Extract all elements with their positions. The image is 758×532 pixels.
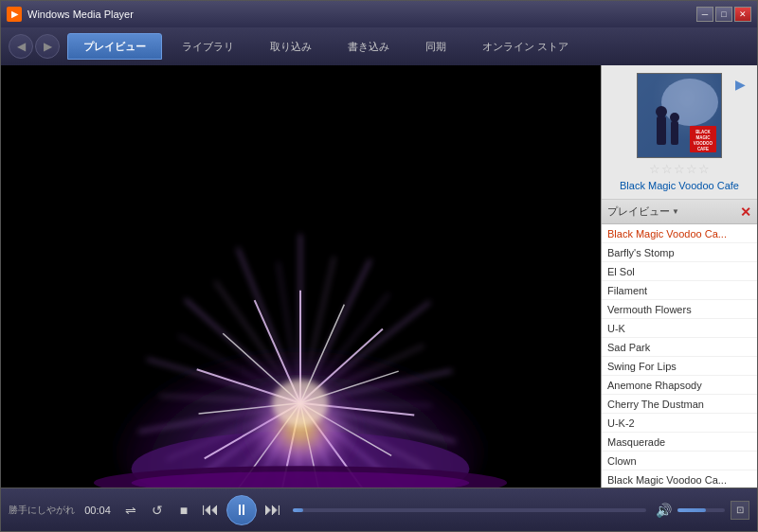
svg-point-54 [670,113,679,122]
svg-point-52 [656,106,667,117]
playlist-item[interactable]: Vermouth Flowers [602,300,757,319]
tab-library[interactable]: ライブラリ [166,33,250,60]
visualization-svg [1,65,601,488]
playlist[interactable]: Black Magic Voodoo Ca... Barfly's Stomp … [602,224,757,488]
window-title: Windows Media Player [27,9,691,20]
svg-text:MAGIC: MAGIC [696,135,712,140]
title-bar: ▶ Windows Media Player ─ □ ✕ [1,1,757,27]
svg-text:CAFE: CAFE [697,147,709,151]
shuffle-button[interactable]: ⇌ [120,500,141,521]
svg-point-50 [661,79,718,126]
playlist-item[interactable]: Black Magic Voodoo Ca... [602,224,757,243]
play-pause-button[interactable]: ⏸ [226,495,257,525]
volume-fill [677,508,706,512]
main-content: ▶ [1,65,757,488]
nav-bar: ◀ ▶ プレイビュー ライブラリ 取り込み 書き込み 同期 オンライン ストア [1,27,757,65]
stop-button[interactable]: ■ [173,500,194,521]
playlist-item[interactable]: U-K [602,319,757,338]
next-button[interactable]: ⏭ [262,500,283,521]
svg-rect-51 [657,116,666,145]
close-button[interactable]: ✕ [734,7,751,22]
tab-store[interactable]: オンライン ストア [466,33,585,60]
status-text: 勝手にしやがれ [9,504,75,517]
playlist-item[interactable]: Anemone Rhapsody [602,376,757,395]
close-playlist-button[interactable]: ✕ [740,205,751,219]
svg-text:BLACK: BLACK [695,130,711,134]
window: ▶ Windows Media Player ─ □ ✕ ◀ ▶ プレイビュー … [0,0,758,532]
svg-text:VOODOO: VOODOO [694,141,713,146]
tab-burn[interactable]: 書き込み [332,33,406,60]
right-panel: ▶ [601,65,757,488]
volume-bar[interactable] [677,508,725,512]
visualization-area [1,65,601,488]
playlist-item[interactable]: Black Magic Voodoo Ca... [602,470,757,488]
playlist-item[interactable]: Sad Park [602,338,757,357]
playlist-item[interactable]: Masquerade [602,433,757,452]
minimize-button[interactable]: ─ [696,7,713,22]
seek-fill [293,508,303,512]
playlist-item[interactable]: Barfly's Stomp [602,243,757,262]
playlist-item[interactable]: El Sol [602,262,757,281]
repeat-button[interactable]: ↺ [147,500,168,521]
svg-rect-53 [671,121,678,145]
forward-button[interactable]: ▶ [35,34,60,59]
previous-button[interactable]: ⏮ [200,500,221,521]
playlist-item[interactable]: Swing For Lips [602,357,757,376]
svg-point-46 [272,380,328,427]
playlist-header: プレイビュー ▼ ✕ [602,200,757,224]
maximize-button[interactable]: □ [715,7,732,22]
star-rating[interactable]: ☆ ☆ ☆ ☆ ☆ [649,162,710,176]
album-art-section: ▶ [602,65,757,200]
next-album-icon[interactable]: ▶ [735,77,746,92]
tab-rip[interactable]: 取り込み [254,33,328,60]
nav-arrows: ◀ ▶ [9,34,60,59]
tab-sync[interactable]: 同期 [409,33,462,60]
playlist-dropdown-arrow[interactable]: ▼ [672,207,679,216]
time-display: 00:04 [81,505,115,516]
back-button[interactable]: ◀ [9,34,33,59]
seek-bar[interactable] [293,508,646,512]
album-title-link[interactable]: Black Magic Voodoo Cafe [620,180,739,191]
tab-preview[interactable]: プレイビュー [67,33,162,60]
playlist-header-label: プレイビュー ▼ [607,204,736,219]
title-bar-buttons: ─ □ ✕ [696,7,751,22]
album-art: BLACK MAGIC VOODOO CAFE [637,73,722,158]
playlist-item[interactable]: U-K-2 [602,414,757,433]
playlist-item[interactable]: Clown [602,452,757,470]
playlist-item[interactable]: Filament [602,281,757,300]
controls-bar: 勝手にしやがれ 00:04 ⇌ ↺ ■ ⏮ ⏸ ⏭ 🔊 ⊡ [1,488,757,531]
playlist-item[interactable]: Cherry The Dustman [602,395,757,414]
app-icon: ▶ [7,7,22,22]
fullscreen-button[interactable]: ⊡ [731,501,749,520]
volume-icon: 🔊 [656,503,672,518]
